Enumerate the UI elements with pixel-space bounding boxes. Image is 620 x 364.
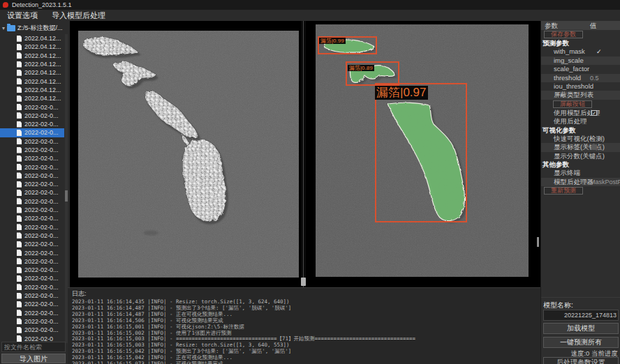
tree-item-label: 2022-02-0... [24, 104, 59, 111]
tree-item-label: 2022.04.12... [24, 95, 61, 102]
model-name-value[interactable]: 20221225_174813 [543, 310, 619, 321]
file-icon [17, 104, 22, 110]
tree-item[interactable]: 2022-02-0... [0, 248, 64, 257]
tree-item[interactable]: 2022-02-0... [0, 206, 64, 214]
file-tree: 2022.04.12...2022.04.12...2022.04.12...2… [0, 34, 64, 343]
tree-item-label: 2022-02-0... [24, 198, 59, 205]
tree-item[interactable]: 2022-02-0... [0, 300, 64, 308]
param-row: 使用模型后处理✓ [541, 109, 620, 117]
param-label: iou_threshold [554, 82, 593, 90]
param-value[interactable]: MaskPostPro [590, 178, 620, 186]
tree-item[interactable]: 2022-02-0... [0, 232, 64, 240]
tree-item[interactable]: 2022-02-0... [0, 197, 64, 206]
param-row-save-params-button: 保存参数 [541, 30, 620, 39]
tree-item-label: 2022-02-0... [24, 164, 59, 171]
left-image [78, 31, 299, 278]
tree-item-label: 2022-02-0... [24, 326, 59, 333]
param-row: 可视化参数 [541, 126, 620, 135]
tree-item[interactable]: 2022-02-0... [0, 291, 64, 300]
tree-item[interactable]: 2022-02-0... [0, 317, 64, 326]
tree-item[interactable]: 2022-02-0... [0, 283, 64, 291]
param-row: scale_factor [541, 65, 620, 73]
caret-down-icon[interactable]: ▾ [0, 25, 7, 31]
tree-item[interactable]: 2022.04.12... [0, 68, 64, 77]
tree-item[interactable]: 2022-02-0... [0, 172, 64, 180]
tree-item[interactable]: 2022-02-0... [0, 326, 64, 334]
file-icon [17, 112, 22, 119]
tree-item[interactable]: 2022.04.12... [0, 77, 64, 85]
load-model-button[interactable]: 加载模型 [543, 323, 619, 334]
tree-item[interactable]: 2022-02-0... [0, 128, 64, 137]
menu-import-model-postprocess[interactable]: 导入模型后处理 [45, 10, 112, 21]
param-row: threshold0.5 [541, 74, 620, 82]
tree-item-label: 2022-02-0... [24, 138, 59, 145]
tree-item[interactable]: 2022-02-0... [0, 266, 64, 274]
menu-settings[interactable]: 设置选项 [0, 10, 45, 21]
file-icon [17, 86, 22, 93]
file-icon [17, 241, 22, 248]
checkmark-icon[interactable]: ✓ [596, 47, 602, 56]
tree-item-label: 2022-02-0... [24, 301, 59, 308]
tree-item[interactable]: 2022-02-0... [0, 103, 64, 111]
tree-root[interactable]: ▾ Z:/5-标注数据/... [0, 24, 63, 33]
tree-item[interactable]: 2022-02-0... [0, 240, 64, 248]
tree-item[interactable]: 2022-02-0... [0, 137, 64, 146]
tree-item[interactable]: 2022-02-0... [0, 188, 64, 197]
save-params-button[interactable]: 保存参数 [544, 31, 583, 38]
model-block: 模型名称: 20221225_174813 加载模型 一键预测所有 速度:0 当… [541, 297, 620, 364]
param-row: 显示标签(关键点) [541, 143, 620, 151]
tree-item-label: 2022-02-0... [24, 172, 59, 179]
right-panel-scrollbar-thumb[interactable] [537, 237, 539, 247]
import-image-button[interactable]: 导入图片 [1, 354, 66, 363]
log-line: 2023-01-11 16:16:15,073 |INFO| - 可视化预测结果… [72, 361, 541, 364]
checkbox-empty[interactable] [591, 144, 597, 150]
search-input[interactable] [1, 342, 66, 352]
tree-item[interactable]: 2022-02-0... [0, 112, 64, 120]
tree-item[interactable]: 2022-02-0... [0, 274, 64, 282]
predict-all-button[interactable]: 一键预测所有 [543, 337, 619, 348]
splitter-handle[interactable] [301, 278, 306, 286]
file-icon [17, 275, 22, 282]
main-area: 漏箔|0.99漏箔|0.89漏箔|0.97 日志: 2023-01-11 16:… [68, 21, 541, 364]
param-row: 屏蔽类型列表 [541, 91, 620, 99]
tree-item-label: 2022.04.12... [24, 35, 61, 42]
tree-item-label: 2022.04.12... [24, 86, 61, 93]
param-row: 预测参数 [541, 39, 620, 47]
block-button[interactable]: 屏蔽按钮 [553, 100, 592, 108]
tree-item[interactable]: 2022-02-0... [0, 214, 64, 222]
file-icon [17, 78, 22, 84]
param-label: 其他参数 [542, 160, 569, 168]
tree-item[interactable]: 2022-02-0... [0, 223, 64, 232]
file-icon [17, 121, 22, 128]
param-label: 使用后处理 [554, 117, 587, 125]
left-image-panel [70, 21, 301, 287]
tree-item[interactable]: 2022-02-0... [0, 257, 64, 266]
file-icon [17, 138, 22, 144]
file-icon [17, 164, 22, 170]
tree-item[interactable]: 2022-02-0... [0, 120, 64, 128]
file-icon [17, 96, 22, 102]
param-value[interactable]: 0.5 [590, 74, 599, 82]
file-icon [17, 267, 22, 273]
tree-item[interactable]: 2022-02-0... [0, 162, 64, 171]
tree-item[interactable]: 2022-02-0... [0, 180, 64, 188]
postprocess-settings-button[interactable]: 后处理参数设置 [543, 357, 619, 364]
repredict-button[interactable]: 重新预测 [544, 187, 583, 195]
file-icon [17, 156, 22, 162]
tree-item[interactable]: 2022-02-0... [0, 154, 64, 162]
panel-splitter[interactable] [301, 21, 306, 287]
checkbox-checked[interactable]: ✓ [591, 110, 597, 116]
tree-item[interactable]: 2022-02-0... [0, 309, 64, 317]
tree-item[interactable]: 2022.04.12... [0, 86, 64, 94]
tree-item[interactable]: 2022-02-0... [0, 146, 64, 154]
param-row: 使用后处理 [541, 117, 620, 126]
tree-item[interactable]: 2022.04.12... [0, 34, 64, 43]
params-header-value: 值 [590, 21, 597, 30]
param-row: 模型后处理器MaskPostPro [541, 178, 620, 186]
tree-item[interactable]: 2022.04.12... [0, 43, 64, 51]
file-icon [17, 147, 22, 153]
tree-item[interactable]: 2022.04.12... [0, 94, 64, 103]
tree-item[interactable]: 2022.04.12... [0, 60, 64, 68]
tree-item[interactable]: 2022.04.12... [0, 52, 64, 60]
file-icon [17, 52, 22, 59]
